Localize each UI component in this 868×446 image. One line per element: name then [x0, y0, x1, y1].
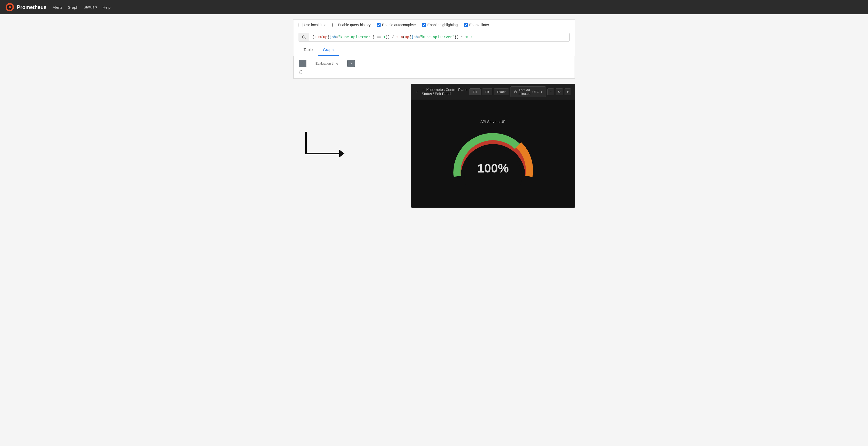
enable-linter-checkbox[interactable]: Enable linter	[464, 23, 489, 27]
timezone-label: UTC	[532, 90, 539, 94]
grafana-controls: Fill Fit Exact ⏱ Last 30 minutes UTC ▾ −…	[469, 86, 571, 97]
navbar-nav: Alerts Graph Status ▾ Help	[53, 5, 111, 9]
tab-table[interactable]: Table	[299, 44, 318, 56]
more-button[interactable]: ▾	[565, 88, 571, 95]
result-value: {}	[299, 70, 569, 74]
clock-icon: ⏱	[514, 90, 517, 94]
enable-autocomplete-input[interactable]	[377, 23, 380, 27]
refresh-button[interactable]: ↻	[556, 88, 563, 95]
enable-autocomplete-label: Enable autocomplete	[382, 23, 416, 27]
grafana-panel: ← ← Kubernetes Control Plane Status / Ed…	[411, 84, 575, 208]
use-local-time-input[interactable]	[299, 23, 302, 27]
time-range-button[interactable]: ⏱ Last 30 minutes UTC ▾	[510, 86, 546, 97]
navbar: Prometheus Alerts Graph Status ▾ Help	[0, 0, 868, 14]
svg-marker-9	[339, 150, 344, 157]
eval-time-row: < >	[299, 60, 569, 67]
gauge-value-text: 100%	[477, 161, 509, 175]
use-local-time-label: Use local time	[304, 23, 327, 27]
zoom-out-button[interactable]: −	[548, 88, 554, 95]
arrow-annotation-icon	[298, 129, 344, 162]
page-content: Use local time Enable query history Enab…	[288, 14, 580, 213]
enable-linter-input[interactable]	[464, 23, 468, 27]
use-local-time-checkbox[interactable]: Use local time	[299, 23, 327, 27]
svg-rect-3	[9, 4, 10, 5]
table-section: < > {}	[293, 56, 575, 79]
query-bar: (sum(up{job="kube-apiserver"} == 1)) / s…	[293, 30, 575, 44]
topbar: Use local time Enable query history Enab…	[293, 20, 575, 30]
grafana-breadcrumb: ← Kubernetes Control Plane Status / Edit…	[422, 88, 470, 96]
svg-rect-5	[6, 7, 7, 7]
gauge-area: API Servers UP	[411, 100, 575, 208]
tabs-bar: Table Graph	[293, 44, 575, 56]
exact-button[interactable]: Exact	[494, 88, 509, 95]
nav-alerts[interactable]: Alerts	[53, 5, 63, 9]
enable-linter-label: Enable linter	[469, 23, 489, 27]
gauge-visualization: 100%	[450, 129, 537, 185]
prometheus-logo-icon	[5, 3, 14, 12]
svg-rect-6	[12, 7, 13, 7]
prometheus-content: Use local time Enable query history Enab…	[293, 20, 575, 79]
enable-highlighting-label: Enable highlighting	[428, 23, 458, 27]
page: Prometheus Alerts Graph Status ▾ Help Us…	[0, 0, 868, 446]
gauge-title: API Servers UP	[480, 120, 505, 124]
tab-graph[interactable]: Graph	[318, 44, 339, 56]
grafana-topbar: ← ← Kubernetes Control Plane Status / Ed…	[411, 84, 575, 100]
fill-button[interactable]: Fill	[469, 88, 480, 95]
fit-button[interactable]: Fit	[482, 88, 492, 95]
query-expression[interactable]: (sum(up{job="kube-apiserver"} == 1)) / s…	[309, 33, 570, 41]
time-range-label: Last 30 minutes	[519, 88, 530, 96]
time-dropdown-icon: ▾	[541, 90, 542, 94]
enable-autocomplete-checkbox[interactable]: Enable autocomplete	[377, 23, 416, 27]
brand-name: Prometheus	[17, 4, 46, 10]
enable-query-history-label: Enable query history	[338, 23, 371, 27]
arrow-container	[293, 84, 349, 208]
nav-help[interactable]: Help	[102, 5, 111, 9]
eval-next-button[interactable]: >	[347, 60, 355, 67]
grafana-back-button[interactable]: ← ← Kubernetes Control Plane Status / Ed…	[415, 88, 470, 96]
back-arrow-icon: ←	[415, 90, 419, 94]
svg-point-2	[9, 6, 11, 8]
enable-highlighting-input[interactable]	[422, 23, 426, 27]
eval-time-input[interactable]	[306, 60, 347, 67]
nav-graph[interactable]: Graph	[68, 5, 79, 9]
nav-status[interactable]: Status ▾	[84, 5, 98, 9]
search-icon	[302, 35, 306, 39]
svg-rect-4	[9, 9, 10, 11]
brand: Prometheus	[5, 3, 46, 12]
search-icon-wrap	[299, 33, 309, 41]
enable-query-history-input[interactable]	[332, 23, 336, 27]
svg-point-7	[302, 36, 305, 38]
svg-line-8	[305, 38, 306, 39]
query-code-display: (sum(up{job="kube-apiserver"} == 1)) / s…	[312, 35, 472, 39]
main-area: ← ← Kubernetes Control Plane Status / Ed…	[293, 84, 575, 208]
eval-prev-button[interactable]: <	[299, 60, 307, 67]
enable-query-history-checkbox[interactable]: Enable query history	[332, 23, 371, 27]
gauge-svg: 100%	[450, 129, 537, 185]
enable-highlighting-checkbox[interactable]: Enable highlighting	[422, 23, 458, 27]
